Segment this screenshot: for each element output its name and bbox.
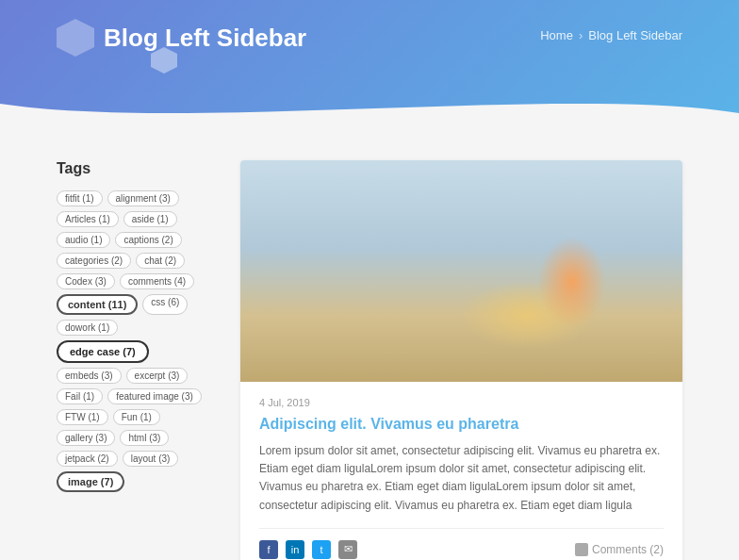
- post-excerpt: Lorem ipsum dolor sit amet, consectetur …: [259, 442, 664, 515]
- wave-decoration: [0, 85, 739, 132]
- tag-item[interactable]: categories (2): [57, 253, 131, 269]
- page-title: Blog Left Sidebar: [104, 24, 306, 53]
- tag-item[interactable]: gallery (3): [57, 430, 115, 446]
- blog-area: 4 Jul, 2019 Adipiscing elit. Vivamus eu …: [240, 160, 682, 560]
- main-content: Tags fitfit (1)alignment (3)Articles (1)…: [0, 132, 739, 560]
- tag-item[interactable]: Fun (1): [113, 409, 160, 425]
- breadcrumb-current: Blog Left Sidebar: [588, 28, 682, 42]
- tag-item[interactable]: image (7): [57, 471, 124, 492]
- post-title[interactable]: Adipiscing elit. Vivamus eu pharetra: [259, 416, 664, 433]
- tag-item[interactable]: Fail (1): [57, 388, 103, 404]
- tag-item[interactable]: css (6): [142, 294, 188, 315]
- tag-item[interactable]: html (3): [120, 430, 169, 446]
- tag-item[interactable]: Codex (3): [57, 273, 115, 289]
- post-footer: f in t ✉ Comments (2): [259, 528, 664, 559]
- linkedin-icon[interactable]: in: [286, 540, 304, 559]
- twitter-icon[interactable]: t: [312, 540, 331, 559]
- tag-item[interactable]: content (11): [57, 294, 138, 315]
- comments-count: Comments (2): [592, 543, 664, 556]
- tag-item[interactable]: alignment (3): [107, 190, 179, 206]
- tag-item[interactable]: audio (1): [57, 232, 110, 248]
- tag-item[interactable]: FTW (1): [57, 409, 108, 425]
- tag-item[interactable]: dowork (1): [57, 320, 118, 336]
- facebook-icon[interactable]: f: [259, 540, 278, 559]
- breadcrumb-home[interactable]: Home: [540, 28, 573, 42]
- tag-item[interactable]: aside (1): [123, 211, 177, 227]
- tag-item[interactable]: chat (2): [136, 253, 185, 269]
- comments-link[interactable]: Comments (2): [575, 543, 664, 556]
- logo-icon: [57, 19, 94, 57]
- breadcrumb-separator: ›: [579, 28, 583, 42]
- tags-container: fitfit (1)alignment (3)Articles (1)aside…: [57, 190, 212, 492]
- tag-item[interactable]: embeds (3): [57, 368, 122, 384]
- tag-item[interactable]: layout (3): [123, 451, 179, 467]
- tags-section-title: Tags: [57, 160, 212, 177]
- sidebar: Tags fitfit (1)alignment (3)Articles (1)…: [57, 160, 212, 560]
- tag-item[interactable]: featured image (3): [107, 388, 202, 404]
- tag-item[interactable]: edge case (7): [57, 340, 149, 363]
- tag-item[interactable]: jetpack (2): [57, 451, 118, 467]
- page-header: Blog Left Sidebar Home › Blog Left Sideb…: [0, 0, 739, 132]
- email-icon[interactable]: ✉: [338, 540, 357, 559]
- post-card: 4 Jul, 2019 Adipiscing elit. Vivamus eu …: [240, 160, 682, 560]
- tag-item[interactable]: Articles (1): [57, 211, 119, 227]
- tag-item[interactable]: comments (4): [120, 273, 194, 289]
- tag-item[interactable]: captions (2): [115, 232, 181, 248]
- social-icons: f in t ✉: [259, 540, 357, 559]
- post-image: [240, 160, 682, 382]
- comment-bubble-icon: [575, 543, 588, 556]
- post-body: 4 Jul, 2019 Adipiscing elit. Vivamus eu …: [240, 382, 682, 560]
- tag-item[interactable]: excerpt (3): [126, 368, 189, 384]
- post-image-inner: [240, 160, 682, 382]
- post-date: 4 Jul, 2019: [259, 397, 664, 408]
- breadcrumb: Home › Blog Left Sidebar: [540, 28, 682, 42]
- tag-item[interactable]: fitfit (1): [57, 190, 103, 206]
